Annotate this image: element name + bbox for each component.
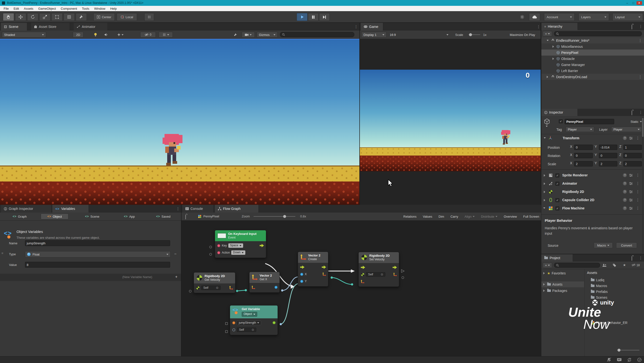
node-on-keyboard-input[interactable]: On Keyboard Input Event Key Space Action… [215,230,266,258]
hierarchy-row-scene[interactable]: EndlessRunner_Intro* ⋮ [541,37,644,44]
menu-edit[interactable]: Edit [12,7,21,10]
gizmos-dropdown[interactable]: Gizmos [257,32,278,38]
hierarchy-row-game-manager[interactable]: Game Manager [541,62,644,68]
window-close-button[interactable]: ✕ [636,1,642,5]
self-field[interactable]: Self⊙ [201,286,220,290]
layer-dropdown[interactable]: Player [611,127,642,132]
foldout-closed-icon[interactable] [552,58,554,60]
tab-hierarchy[interactable]: ≡ Hierarchy [541,23,578,30]
foldout-closed-icon[interactable] [543,290,545,292]
display-dropdown[interactable]: Display 1 [361,32,386,38]
project-zoom-knob[interactable] [618,349,620,352]
foldout-closed-icon[interactable] [552,46,554,48]
scope-tab-object[interactable]: <> Object [41,214,68,219]
foldout-closed-icon[interactable] [547,76,548,78]
variables-panel-menu-icon[interactable]: ⋮ [176,207,180,210]
menu-file[interactable]: File [2,7,11,10]
scene-viewport[interactable] [0,40,359,205]
scale-y-field[interactable]: 2 [599,161,617,166]
menu-component[interactable]: Component [58,7,79,10]
menu-gameobject[interactable]: GameObject [36,7,58,10]
graph-btn-relations[interactable]: Relations [403,215,416,218]
scene-panel-menu-icon[interactable]: ⋮ [354,25,358,28]
hierarchy-row-miscellaneous[interactable]: Miscellaneous [541,44,644,50]
flow-in-port[interactable] [300,266,304,269]
tab-animator[interactable]: Animator [74,23,108,30]
scrollbar-thumb[interactable] [642,118,644,137]
custom-tool-button[interactable] [76,13,87,21]
component-enabled-checkbox[interactable]: ✓ [556,174,559,178]
graph-breadcrumb[interactable]: PennyPixel [203,214,219,218]
menu-tools[interactable]: Tools [80,7,92,10]
reorder-handle-icon[interactable]: ≡ [2,252,4,255]
lock-icon[interactable] [632,256,632,261]
rotation-y-field[interactable]: 0 [599,153,617,158]
rotation-x-field[interactable]: 0 [574,153,592,158]
tag-dropdown[interactable]: Player [566,127,594,132]
penny-character-sprite[interactable] [159,132,186,170]
move-tool-button[interactable] [15,13,26,21]
tab-variables[interactable]: <> Variables [52,205,89,212]
pause-button[interactable] [308,13,318,21]
macro-dropdown[interactable]: Macro [594,242,613,248]
flow-graph-canvas[interactable]: On Keyboard Input Event Key Space Action… [182,220,541,356]
project-search-input[interactable] [554,263,600,268]
search-by-label-icon[interactable] [613,264,616,267]
static-dropdown[interactable]: Static [620,119,642,124]
layers-dropdown[interactable]: Layers [578,13,609,21]
component-menu-icon[interactable]: ⋮ [636,190,640,194]
scene-effects-dropdown[interactable] [114,32,127,38]
graph-btn-dim[interactable]: Dim [438,215,444,218]
scene-search-input[interactable] [280,32,354,37]
flow-out-port[interactable] [392,266,397,269]
component-enabled-checkbox[interactable]: ✓ [556,182,559,186]
variable-kind-dropdown[interactable]: Object [242,312,257,317]
project-assets-row[interactable]: Assets [541,282,584,287]
graph-lock-icon[interactable] [186,215,186,219]
component-menu-icon[interactable]: ⋮ [636,173,640,177]
shading-mode-dropdown[interactable]: Shaded [2,32,46,38]
scope-tab-scene[interactable]: <> Scene [78,214,107,219]
scale-slider[interactable] [468,34,480,35]
flow-in-port[interactable] [361,266,365,269]
tab-asset-store[interactable]: Asset Store [31,23,70,30]
node-get-x[interactable]: Vector 2 Get X [249,272,280,293]
foldout-closed-icon[interactable] [543,272,545,274]
window-minimize-button[interactable]: – [624,1,630,5]
graph-btn-align[interactable]: Align [464,215,472,218]
services-button[interactable] [517,13,527,21]
graph-zoom-slider[interactable] [254,216,295,217]
help-icon[interactable]: ? [623,182,627,186]
inspector-menu-icon[interactable]: ⋮ [639,110,642,114]
key-dropdown[interactable]: Space [228,244,243,248]
self-field[interactable]: Self⊙ [366,272,385,276]
target-picker-icon[interactable]: ⊙ [252,328,254,332]
project-add-button[interactable]: + [543,262,552,268]
scope-tab-saved[interactable]: <> Saved [150,214,176,219]
hierarchy-row-pennypixel[interactable]: PennyPixel [541,50,644,56]
tab-scene[interactable]: Scene [1,23,27,30]
auto-refresh-paused-icon[interactable] [627,358,632,362]
remove-variable-button[interactable]: − [174,252,176,256]
foldout-closed-icon[interactable] [544,199,545,202]
layout-dropdown[interactable]: Layout [612,13,643,21]
scale-tool-button[interactable] [39,13,50,21]
grid-snapping-button[interactable] [144,13,154,21]
window-maximize-button[interactable]: □ [630,1,636,4]
help-icon[interactable]: ? [623,136,627,140]
hierarchy-add-button[interactable]: + [543,31,552,36]
step-button[interactable] [319,13,330,21]
help-icon[interactable]: ? [623,173,627,177]
key-port[interactable] [217,244,220,247]
x-out-port[interactable] [274,286,278,289]
foldout-closed-icon[interactable] [544,191,545,193]
row-menu-icon[interactable]: ⋮ [638,38,642,42]
help-icon[interactable]: ? [623,198,627,202]
component-row-rigidbody-2d[interactable]: Rigidbody 2D ? ⋮ [541,188,644,196]
variable-value-input[interactable]: 8 [25,262,170,268]
vector2-out-port[interactable] [322,272,326,276]
rigidbody-out-port[interactable] [393,273,397,276]
component-menu-icon[interactable]: ⋮ [636,182,640,185]
variable-name-dropdown[interactable]: jumpStrength [237,320,261,326]
node-vector2-create[interactable]: Vector 2 Create X Y [298,252,328,286]
